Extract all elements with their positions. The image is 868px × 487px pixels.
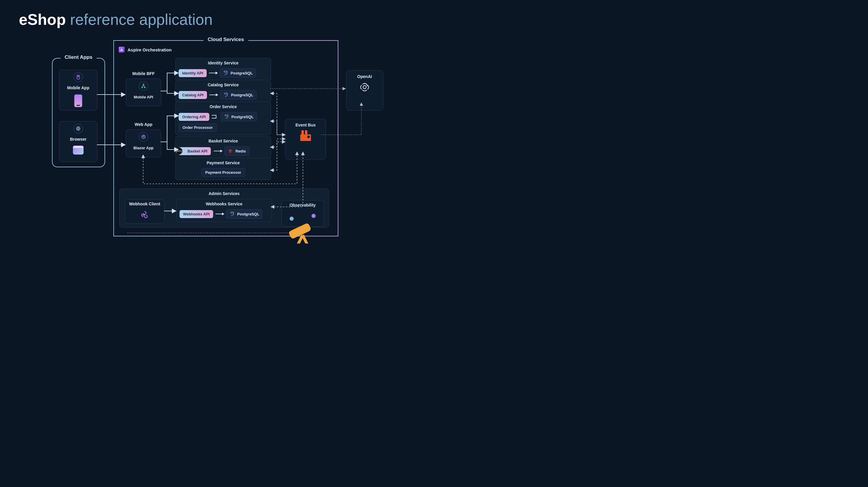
svg-point-11 bbox=[290, 217, 294, 221]
order-db: PostgreSQL bbox=[221, 112, 257, 121]
observability-label: Observability bbox=[283, 203, 322, 207]
postgresql-icon bbox=[223, 92, 228, 97]
svg-point-6 bbox=[224, 71, 227, 73]
order-service-title: Order Service bbox=[176, 102, 271, 112]
group-client-legend: Client Apps bbox=[61, 54, 97, 60]
svg-point-12 bbox=[311, 214, 316, 218]
panel-admin-services: Admin Services Webhook Client Webhooks S… bbox=[119, 189, 329, 228]
phone-icon bbox=[74, 94, 82, 107]
redis-icon bbox=[228, 148, 233, 154]
arrow-icon bbox=[209, 73, 217, 73]
title-brand: eShop bbox=[19, 11, 66, 28]
blazor-icon bbox=[139, 132, 148, 142]
payment-service-title: Payment Service bbox=[176, 158, 271, 168]
webhooks-service-title: Webhooks Service bbox=[177, 199, 272, 209]
blazor-app-label: Blazor App bbox=[130, 144, 156, 152]
basket-api-pill: Basket API bbox=[179, 147, 211, 155]
svg-rect-14 bbox=[302, 130, 304, 135]
order-processor-pill: Order Processor bbox=[179, 123, 217, 132]
panel-order-service: Order Service Ordering API PostgreSQL Or… bbox=[175, 102, 271, 135]
group-cloud-legend: Cloud Services bbox=[204, 37, 248, 42]
mobile-app-icon bbox=[73, 73, 83, 82]
svg-rect-10 bbox=[288, 223, 311, 239]
postgresql-icon bbox=[223, 70, 228, 76]
arrow-icon bbox=[216, 214, 224, 214]
ordering-api-pill: Ordering API bbox=[179, 113, 209, 121]
panel-basket-service: Basket Service Basket API gRPC Redis bbox=[175, 136, 271, 159]
webhooks-api-pill: Webhooks API bbox=[180, 210, 213, 218]
basket-service-title: Basket Service bbox=[176, 136, 271, 146]
arrow-icon bbox=[214, 151, 222, 151]
identity-service-title: Identity Service bbox=[176, 58, 271, 68]
svg-rect-15 bbox=[305, 130, 307, 135]
openai-logo-icon bbox=[359, 82, 370, 92]
webhooks-db: PostgreSQL bbox=[226, 209, 262, 219]
node-observability: Observability bbox=[281, 200, 324, 227]
openai-label: OpenAI bbox=[349, 74, 380, 79]
postgresql-icon bbox=[229, 211, 235, 217]
merge-arrow-icon bbox=[212, 115, 218, 118]
identity-api-pill: Identity API bbox=[179, 69, 207, 77]
panel-webhooks-service: Webhooks Service Webhooks API PostgreSQL bbox=[176, 199, 272, 222]
mobile-bff-title: Mobile BFF bbox=[126, 71, 161, 76]
node-browser: Browser bbox=[59, 121, 97, 162]
node-mobile-app: Mobile App bbox=[59, 70, 97, 111]
payment-processor-pill: Payment Processor bbox=[202, 168, 245, 177]
mobile-app-label: Mobile App bbox=[64, 84, 92, 91]
svg-point-5 bbox=[144, 87, 146, 88]
node-web-app: Web App Blazor App bbox=[126, 130, 161, 157]
catalog-api-pill: Catalog API bbox=[179, 91, 207, 99]
catalog-service-title: Catalog Service bbox=[176, 80, 271, 90]
rabbitmq-icon bbox=[300, 130, 311, 142]
svg-point-4 bbox=[142, 87, 143, 88]
svg-rect-1 bbox=[78, 76, 79, 78]
browser-window-icon bbox=[73, 146, 84, 154]
svg-point-3 bbox=[143, 84, 144, 85]
catalog-db: PostgreSQL bbox=[220, 90, 256, 99]
webhook-client-label: Webhook Client bbox=[126, 200, 163, 207]
branch-icon bbox=[139, 81, 148, 91]
identity-db: PostgreSQL bbox=[220, 68, 256, 78]
postgresql-icon bbox=[224, 114, 229, 119]
node-event-bus: Event Bus bbox=[285, 119, 326, 160]
webhook-icon bbox=[140, 210, 149, 218]
svg-rect-16 bbox=[307, 136, 310, 138]
web-app-title: Web App bbox=[126, 122, 161, 127]
browser-label: Browser bbox=[67, 136, 89, 143]
panel-payment-service: Payment Service Payment Processor bbox=[175, 158, 271, 180]
globe-icon bbox=[73, 124, 83, 133]
aspire-icon bbox=[119, 47, 125, 53]
svg-point-8 bbox=[225, 115, 228, 116]
page-title: eShop reference application bbox=[19, 11, 213, 28]
node-openai: OpenAI bbox=[346, 70, 383, 111]
node-webhook-client: Webhook Client bbox=[125, 199, 164, 224]
event-bus-label: Event Bus bbox=[288, 123, 323, 127]
mobile-api-label: Mobile API bbox=[131, 93, 156, 101]
arrow-icon bbox=[209, 94, 218, 95]
aspire-orchestration-label: Aspire Orchestration bbox=[119, 47, 172, 53]
node-mobile-bff: Mobile BFF Mobile API bbox=[126, 79, 161, 106]
svg-point-17 bbox=[363, 86, 366, 89]
panel-identity-service: Identity Service Identity API PostgreSQL bbox=[175, 58, 271, 81]
admin-services-title: Admin Services bbox=[120, 189, 329, 198]
basket-store: Redis bbox=[224, 146, 249, 156]
svg-point-9 bbox=[230, 212, 234, 213]
svg-point-7 bbox=[224, 93, 228, 94]
title-suffix: reference application bbox=[70, 11, 213, 28]
panel-catalog-service: Catalog Service Catalog API PostgreSQL bbox=[175, 80, 271, 103]
